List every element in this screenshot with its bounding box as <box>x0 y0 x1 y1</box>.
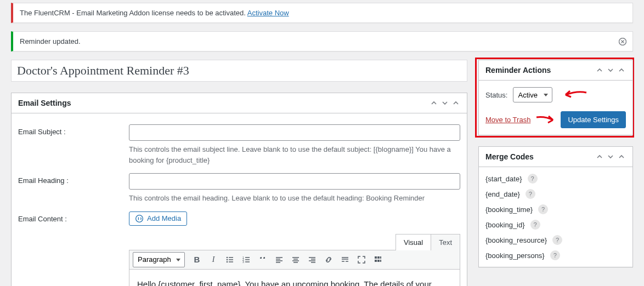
merge-code-text[interactable]: {booking_time} <box>485 205 533 214</box>
notice-text: The FluentCRM - Email Marketing Addon li… <box>20 9 247 17</box>
post-title-input[interactable] <box>11 60 467 82</box>
merge-code-text[interactable]: {booking_persons} <box>485 251 545 260</box>
move-up-icon[interactable] <box>430 99 438 107</box>
add-media-button[interactable]: Add Media <box>129 211 187 226</box>
svg-rect-10 <box>380 256 381 259</box>
svg-text:3: 3 <box>242 260 244 264</box>
merge-code-item: {booking_persons}? <box>485 250 626 260</box>
tab-text[interactable]: Text <box>431 234 460 250</box>
editor-tabs: Visual Text <box>396 234 460 250</box>
arrow-annotation <box>535 115 557 125</box>
move-down-icon[interactable] <box>440 99 449 107</box>
email-subject-help: This controls the email subject line. Le… <box>129 144 460 165</box>
editor-toolbar: Paragraph B I 123 <box>129 250 460 270</box>
help-icon[interactable]: ? <box>538 204 548 214</box>
merge-code-item: {booking_id}? <box>485 220 626 230</box>
toggle-icon[interactable] <box>617 66 626 75</box>
bold-icon[interactable]: B <box>189 252 205 267</box>
email-subject-label: Email Subject : <box>18 124 122 165</box>
email-heading-input[interactable] <box>129 173 460 190</box>
quote-icon[interactable] <box>255 252 270 267</box>
email-subject-input[interactable] <box>129 124 460 141</box>
help-icon[interactable]: ? <box>550 250 560 260</box>
media-icon <box>135 214 144 223</box>
svg-point-3 <box>227 259 228 260</box>
editor-body[interactable]: Hello {customer_first_name}, You have an… <box>129 270 460 287</box>
notice-updated-text: Reminder updated. <box>20 37 81 45</box>
close-icon[interactable] <box>617 36 628 47</box>
arrow-annotation <box>561 89 587 100</box>
bullet-list-icon[interactable] <box>222 252 238 267</box>
merge-code-text[interactable]: {booking_resource} <box>485 236 547 244</box>
svg-point-1 <box>136 215 143 222</box>
merge-codes-heading: Merge Codes <box>485 152 534 161</box>
merge-code-text[interactable]: {end_date} <box>485 190 520 198</box>
toggle-icon[interactable] <box>451 99 460 107</box>
tab-visual[interactable]: Visual <box>396 234 431 250</box>
email-heading-label: Email Heading : <box>18 173 122 204</box>
merge-codes-box: Merge Codes {start_date}?{end_date}?{boo… <box>478 146 633 267</box>
link-icon[interactable] <box>321 252 336 267</box>
move-down-icon[interactable] <box>606 66 615 75</box>
svg-rect-8 <box>375 256 377 259</box>
toggle-icon[interactable] <box>617 152 626 161</box>
merge-code-item: {booking_resource}? <box>485 235 626 245</box>
align-left-icon[interactable] <box>272 252 287 267</box>
email-settings-heading: Email Settings <box>18 99 71 107</box>
merge-code-item: {booking_time}? <box>485 204 626 214</box>
email-heading-help: This controls the email heading. Leave b… <box>129 193 460 204</box>
notice-license: The FluentCRM - Email Marketing Addon li… <box>11 3 633 23</box>
reminder-actions-heading: Reminder Actions <box>485 66 551 75</box>
update-settings-button[interactable]: Update Settings <box>561 111 626 128</box>
help-icon[interactable]: ? <box>526 189 535 199</box>
merge-code-text[interactable]: {booking_id} <box>485 221 525 229</box>
svg-point-2 <box>227 256 228 258</box>
merge-code-text[interactable]: {start_date} <box>485 175 522 183</box>
fullscreen-icon[interactable] <box>354 252 369 267</box>
svg-rect-9 <box>377 256 380 259</box>
email-settings-box: Email Settings Email Subject : This cont… <box>11 93 467 286</box>
svg-rect-12 <box>377 260 380 262</box>
move-up-icon[interactable] <box>595 152 604 161</box>
toolbar-toggle-icon[interactable] <box>370 252 386 267</box>
move-to-trash-link[interactable]: Move to Trash <box>485 116 530 124</box>
notice-updated: Reminder updated. <box>11 31 633 52</box>
svg-rect-11 <box>375 260 377 262</box>
status-label: Status: <box>485 91 507 99</box>
align-center-icon[interactable] <box>288 252 303 267</box>
merge-code-item: {start_date}? <box>485 174 626 184</box>
paragraph-select[interactable]: Paragraph <box>133 252 185 267</box>
activate-link[interactable]: Activate Now <box>247 9 289 17</box>
help-icon[interactable]: ? <box>528 174 538 184</box>
more-icon[interactable] <box>337 252 353 267</box>
add-media-label: Add Media <box>147 214 181 222</box>
align-right-icon[interactable] <box>304 252 320 267</box>
svg-point-4 <box>227 261 228 262</box>
email-content-label: Email Content : <box>18 211 122 287</box>
svg-rect-13 <box>380 260 381 262</box>
move-down-icon[interactable] <box>606 152 615 161</box>
move-up-icon[interactable] <box>595 66 604 75</box>
reminder-actions-box: Reminder Actions Status: Active <box>478 60 633 135</box>
merge-code-item: {end_date}? <box>485 189 626 199</box>
help-icon[interactable]: ? <box>530 220 540 230</box>
status-select[interactable]: Active <box>513 87 552 102</box>
numbered-list-icon[interactable]: 123 <box>239 252 254 267</box>
help-icon[interactable]: ? <box>552 235 562 245</box>
italic-icon[interactable]: I <box>206 252 221 267</box>
